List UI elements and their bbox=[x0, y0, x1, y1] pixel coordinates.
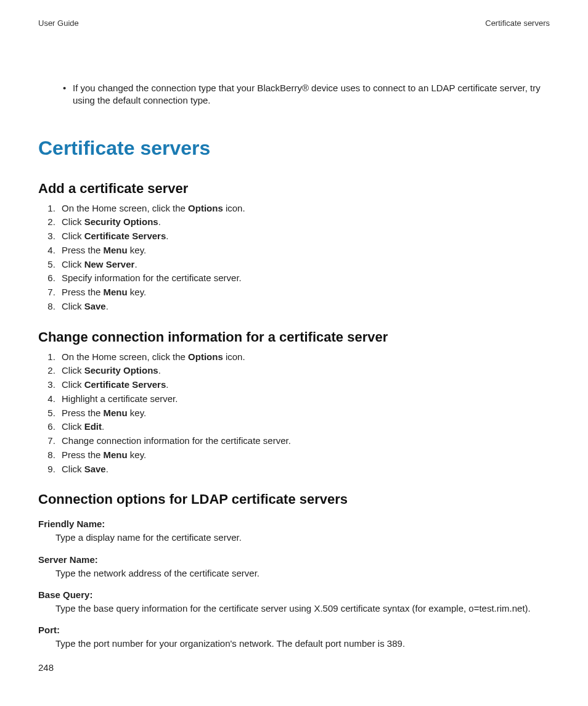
definition-item: Friendly Name:Type a display name for th… bbox=[38, 519, 550, 544]
step-item: Click Security Options. bbox=[58, 364, 550, 377]
step-item: Click Security Options. bbox=[58, 215, 550, 229]
step-text: icon. bbox=[223, 351, 245, 362]
header-right: Certificate servers bbox=[485, 18, 550, 28]
section-heading-ldap-options: Connection options for LDAP certificate … bbox=[38, 491, 550, 507]
step-item: Click Save. bbox=[58, 300, 550, 313]
step-text: Press the bbox=[62, 449, 104, 460]
definition-item: Port:Type the port number for your organ… bbox=[38, 625, 550, 650]
step-text: . bbox=[166, 379, 168, 390]
definition-body: Type the network address of the certific… bbox=[55, 567, 550, 580]
step-item: Click Certificate Servers. bbox=[58, 378, 550, 392]
step-text: icon. bbox=[223, 203, 245, 213]
step-text: On the Home screen, click the bbox=[62, 203, 188, 213]
step-bold-text: Menu bbox=[104, 245, 128, 255]
step-bold-text: Save bbox=[84, 464, 106, 474]
step-bold-text: Security Options bbox=[84, 365, 158, 376]
step-text: Click bbox=[62, 231, 84, 241]
running-header: User Guide Certificate servers bbox=[38, 18, 550, 28]
step-bold-text: Menu bbox=[104, 287, 128, 297]
definition-body: Type the base query information for the … bbox=[55, 602, 550, 615]
step-text: Highlight a certificate server. bbox=[62, 393, 178, 404]
step-text: Specify information for the certificate … bbox=[62, 273, 242, 283]
step-text: Click bbox=[62, 259, 84, 269]
step-item: Press the Menu key. bbox=[58, 244, 550, 257]
step-item: Press the Menu key. bbox=[58, 406, 550, 420]
section-heading-change-connection: Change connection information for a cert… bbox=[38, 329, 550, 345]
definition-item: Base Query:Type the base query informati… bbox=[38, 589, 550, 615]
page-container: User Guide Certificate servers If you ch… bbox=[0, 0, 588, 706]
step-bold-text: Edit bbox=[84, 421, 102, 432]
step-text: Click bbox=[62, 464, 84, 474]
step-item: Change connection information for the ce… bbox=[58, 434, 550, 448]
step-item: Click Edit. bbox=[58, 420, 550, 433]
step-text: Click bbox=[62, 365, 84, 376]
step-text: key. bbox=[128, 245, 147, 255]
step-bold-text: New Server bbox=[84, 259, 135, 269]
step-item: Click New Server. bbox=[58, 258, 550, 271]
step-text: Click bbox=[62, 379, 84, 390]
step-item: Highlight a certificate server. bbox=[58, 392, 550, 406]
steps-add-server: On the Home screen, click the Options ic… bbox=[38, 202, 550, 313]
definition-term: Server Name: bbox=[38, 554, 550, 565]
definition-term: Port: bbox=[38, 625, 550, 635]
definition-term: Friendly Name: bbox=[38, 519, 550, 529]
step-text: . bbox=[166, 231, 168, 241]
step-text: . bbox=[158, 216, 161, 227]
step-item: Press the Menu key. bbox=[58, 448, 550, 462]
step-item: Click Save. bbox=[58, 462, 550, 476]
definition-body: Type the port number for your organizati… bbox=[55, 638, 550, 650]
step-text: Click bbox=[62, 216, 84, 227]
step-bold-text: Options bbox=[188, 351, 223, 362]
page-title: Certificate servers bbox=[38, 137, 550, 160]
step-text: Press the bbox=[62, 245, 104, 255]
step-text: Click bbox=[62, 421, 84, 432]
step-text: Press the bbox=[62, 287, 104, 297]
section-heading-add-server: Add a certificate server bbox=[38, 181, 550, 197]
step-text: . bbox=[102, 421, 104, 432]
step-item: On the Home screen, click the Options ic… bbox=[58, 202, 550, 215]
header-left: User Guide bbox=[38, 18, 79, 28]
step-text: key. bbox=[128, 408, 147, 418]
step-text: Press the bbox=[62, 408, 104, 418]
step-text: Click bbox=[62, 301, 84, 311]
step-bold-text: Security Options bbox=[84, 216, 158, 227]
step-item: Specify information for the certificate … bbox=[58, 271, 550, 285]
step-text: key. bbox=[128, 449, 147, 460]
step-text: . bbox=[158, 365, 161, 376]
step-bold-text: Certificate Servers bbox=[84, 379, 166, 390]
step-text: . bbox=[106, 301, 108, 311]
page-number: 248 bbox=[38, 662, 54, 673]
step-text: . bbox=[134, 259, 137, 269]
definition-list: Friendly Name:Type a display name for th… bbox=[38, 519, 550, 650]
definition-item: Server Name:Type the network address of … bbox=[38, 554, 550, 580]
definition-body: Type a display name for the certificate … bbox=[55, 532, 550, 544]
steps-change-connection: On the Home screen, click the Options ic… bbox=[38, 350, 550, 476]
step-text: On the Home screen, click the bbox=[62, 351, 188, 362]
step-bold-text: Save bbox=[84, 301, 106, 311]
step-item: Click Certificate Servers. bbox=[58, 229, 550, 243]
step-bold-text: Menu bbox=[104, 449, 128, 460]
step-bold-text: Options bbox=[188, 203, 223, 213]
step-item: Press the Menu key. bbox=[58, 285, 550, 299]
step-item: On the Home screen, click the Options ic… bbox=[58, 350, 550, 364]
step-text: . bbox=[106, 464, 108, 474]
intro-bullet: If you changed the connection type that … bbox=[63, 82, 550, 107]
step-text: key. bbox=[128, 287, 147, 297]
step-bold-text: Certificate Servers bbox=[84, 231, 166, 241]
step-bold-text: Menu bbox=[104, 408, 128, 418]
step-text: Change connection information for the ce… bbox=[62, 435, 291, 446]
definition-term: Base Query: bbox=[38, 589, 550, 600]
